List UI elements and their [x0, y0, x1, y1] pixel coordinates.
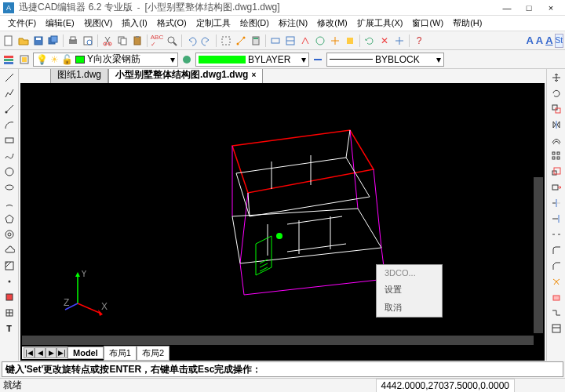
break-icon[interactable] [549, 227, 563, 241]
text-style-a1[interactable]: A [525, 34, 534, 48]
move-icon[interactable] [549, 71, 563, 85]
donut-icon[interactable] [2, 227, 16, 241]
new-icon[interactable] [2, 34, 16, 48]
arc2-icon[interactable] [2, 196, 16, 210]
tab-next-icon[interactable]: ▶ [46, 347, 56, 358]
save-icon[interactable] [31, 34, 46, 48]
text-style-a3[interactable]: A [545, 34, 553, 48]
menu-file[interactable]: 文件(F) [3, 16, 41, 31]
redraw-icon[interactable] [392, 34, 406, 48]
tab-close-icon[interactable]: × [251, 71, 256, 79]
maximize-button[interactable]: □ [518, 1, 540, 15]
tool1-icon[interactable] [268, 34, 282, 48]
join-icon[interactable] [549, 306, 563, 320]
text-icon[interactable]: T [2, 321, 16, 336]
context-3dco[interactable]: 3DCO... [377, 265, 442, 281]
find-icon[interactable] [165, 34, 179, 48]
extend-icon[interactable] [549, 212, 563, 226]
cut-icon[interactable] [100, 34, 115, 48]
props-icon[interactable] [549, 321, 563, 336]
explode-icon[interactable] [549, 274, 563, 289]
layer-states-icon[interactable] [17, 53, 31, 67]
horizontal-scrollbar[interactable] [22, 336, 534, 345]
tab-prev-icon[interactable]: ◀ [35, 347, 46, 358]
point-icon[interactable] [2, 274, 16, 289]
menu-custom-tools[interactable]: 定制工具 [191, 16, 235, 31]
array-icon[interactable] [549, 149, 563, 163]
chamfer-icon[interactable] [549, 259, 563, 273]
copy-icon[interactable] [115, 34, 129, 48]
offset-icon[interactable] [549, 133, 563, 147]
redo-icon[interactable] [199, 34, 213, 48]
trim-icon[interactable] [549, 196, 563, 210]
menu-draw[interactable]: 绘图(D) [235, 16, 274, 31]
rotate-icon[interactable] [549, 86, 563, 100]
tab-active[interactable]: 小型别墅整体结构图.dwg1.dwg× [108, 69, 263, 83]
fillet-icon[interactable] [549, 243, 563, 257]
insert-icon[interactable] [2, 306, 16, 320]
select-icon[interactable] [219, 34, 233, 48]
ray-icon[interactable] [2, 102, 16, 116]
polygon-icon[interactable] [2, 212, 16, 226]
measure-icon[interactable] [234, 34, 248, 48]
tool3-icon[interactable] [298, 34, 312, 48]
scale-icon[interactable] [549, 165, 563, 179]
menu-window[interactable]: 窗口(W) [407, 16, 448, 31]
menu-view[interactable]: 视图(V) [79, 16, 118, 31]
tab-last-icon[interactable]: ▶| [56, 347, 67, 358]
menu-format[interactable]: 格式(O) [152, 16, 191, 31]
undo-icon[interactable] [184, 34, 199, 48]
hatch-icon[interactable] [2, 259, 16, 273]
open-icon[interactable] [16, 34, 31, 48]
help-icon[interactable]: ? [412, 34, 426, 48]
command-line[interactable]: 键入'Set'更改旋转点或按ENTER，右键单击或Esc完成操作： [2, 361, 563, 377]
layout-1[interactable]: 布局1 [104, 346, 137, 361]
revcloud-icon[interactable] [2, 243, 16, 257]
tool6-icon[interactable] [343, 34, 357, 48]
text-style-select[interactable]: St [555, 34, 563, 48]
calc-icon[interactable] [249, 34, 263, 48]
close-button[interactable]: × [540, 1, 562, 15]
menu-modify[interactable]: 修改(M) [312, 16, 352, 31]
minimize-button[interactable]: — [496, 1, 518, 15]
saveall-icon[interactable] [46, 34, 60, 48]
context-cancel[interactable]: 取消 [377, 299, 442, 317]
lineweight-selector[interactable]: BYBLOCK ▾ [326, 53, 444, 67]
spellcheck-icon[interactable]: ABC✓ [150, 34, 164, 48]
vertical-scrollbar[interactable] [534, 177, 543, 333]
text-style-a2[interactable]: A [535, 34, 544, 48]
linetype-selector[interactable]: BYLAYER ▾ [195, 53, 309, 67]
ellipse-icon[interactable] [2, 180, 16, 194]
arc-icon[interactable] [2, 118, 16, 132]
erase-icon[interactable] [549, 290, 563, 304]
tab-inactive[interactable]: 图纸1.dwg [50, 69, 108, 83]
drawing-canvas[interactable]: Y X Z 3DCO... 设置 取消 |◀ ◀ ▶ ▶| Model 布局1 … [20, 83, 545, 361]
spline-icon[interactable] [2, 149, 16, 163]
copy2-icon[interactable] [549, 102, 563, 116]
line-icon[interactable] [2, 71, 16, 85]
layer-tool-icon[interactable] [180, 53, 194, 67]
refresh-icon[interactable] [363, 34, 377, 48]
delete-icon[interactable]: ✕ [377, 34, 392, 48]
tab-first-icon[interactable]: |◀ [24, 347, 35, 358]
circle-icon[interactable] [2, 165, 16, 179]
tool2-icon[interactable] [283, 34, 297, 48]
menu-edit[interactable]: 编辑(E) [41, 16, 79, 31]
tool5-icon[interactable] [328, 34, 342, 48]
layer-selector[interactable]: 💡 ☀ 🔓 Y向次梁钢筋 ▾ [33, 53, 178, 67]
menu-dimension[interactable]: 标注(N) [274, 16, 312, 31]
linetype-tool-icon[interactable] [311, 53, 325, 67]
menu-help[interactable]: 帮助(H) [448, 16, 487, 31]
tool4-icon[interactable] [313, 34, 327, 48]
block-icon[interactable] [2, 290, 16, 304]
layer-props-icon[interactable] [2, 53, 16, 67]
menu-insert[interactable]: 插入(I) [117, 16, 151, 31]
rect-icon[interactable] [2, 133, 16, 147]
polyline-icon[interactable] [2, 86, 16, 100]
print-icon[interactable] [66, 34, 80, 48]
layout-2[interactable]: 布局2 [137, 346, 170, 361]
paste-icon[interactable] [130, 34, 144, 48]
layout-model[interactable]: Model [67, 347, 104, 359]
context-settings[interactable]: 设置 [377, 281, 442, 299]
menu-extend-tools[interactable]: 扩展工具(X) [352, 16, 408, 31]
